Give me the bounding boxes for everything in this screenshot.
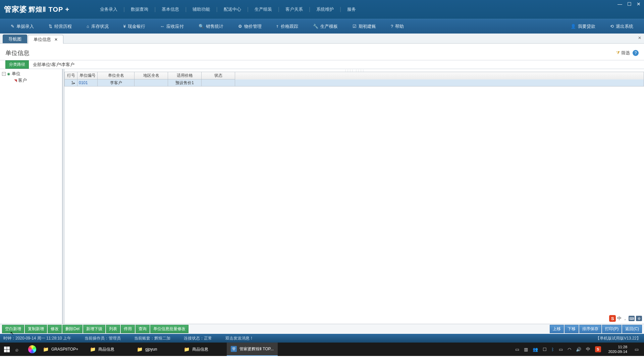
tool-sales-stats[interactable]: 🔍销售统计 <box>191 21 231 32</box>
tray-book-icon[interactable]: ▥ <box>524 347 528 352</box>
status-bar: 时钟：2020-09-14 周一 11:28:10 上午 当前操作员：管理员 当… <box>0 334 644 343</box>
pencil-icon: ✎ <box>11 24 14 29</box>
col-status[interactable]: 状态 <box>202 72 235 79</box>
taskbar-folder-4[interactable]: 📁商品信息 <box>180 343 227 356</box>
status-hint[interactable]: 双击发送消息！ <box>225 336 254 341</box>
tree-collapse-icon[interactable]: − <box>2 72 6 76</box>
btn-batch-edit[interactable]: 单位信息批量修改 <box>150 325 189 333</box>
tool-bill-entry[interactable]: ✎单据录入 <box>3 21 41 32</box>
menu-system[interactable]: 系统维护 <box>310 5 340 14</box>
menu-service[interactable]: 服务 <box>341 5 362 14</box>
tool-stock[interactable]: ⌂库存状况 <box>79 21 116 32</box>
title-bar: 管家婆 辉煌Ⅱ TOP + 业务录入| 数据查询| 基本信息| 辅助功能| 配送… <box>0 0 644 19</box>
col-unit-code[interactable]: 单位编号 <box>77 72 98 79</box>
exit-icon: ⟲ <box>610 24 614 29</box>
col-rownum[interactable]: 行号 <box>65 72 77 79</box>
btn-move-down[interactable]: 下移 <box>565 325 579 333</box>
path-category-button[interactable]: 分类路径 <box>5 60 29 69</box>
start-button[interactable] <box>3 345 11 353</box>
menu-basic-info[interactable]: 基本信息 <box>156 5 185 14</box>
tool-history[interactable]: ⇅经营历程 <box>41 21 79 32</box>
tab-nav-map[interactable]: 导航图 <box>3 35 27 43</box>
grid-panel: ⋮⋮⋮⋮ ⋮⋮⋮⋮ 行号 单位编号 单位全名 地区全名 适用价格 状态 1▸ 0… <box>64 69 644 324</box>
btn-new-child[interactable]: 新增下级 <box>83 325 105 333</box>
btn-save-order[interactable]: 排序保存 <box>579 325 601 333</box>
close-button[interactable]: ✕ <box>636 1 641 7</box>
help-button[interactable]: ? <box>633 50 639 56</box>
menu-crm[interactable]: 客户关系 <box>279 5 309 14</box>
tool-cash[interactable]: ¥现金银行 <box>116 21 153 32</box>
tabs-close-all-icon[interactable]: ✕ <box>638 36 641 40</box>
col-price[interactable]: 适用价格 <box>168 72 202 79</box>
notifications-icon[interactable]: ▭ <box>635 347 639 352</box>
cell-name: 李客户 <box>98 79 135 86</box>
col-region[interactable]: 地区全名 <box>135 72 168 79</box>
folder-icon: 📁 <box>184 347 190 352</box>
tree-child-customer[interactable]: ◥ 客户 <box>2 77 60 84</box>
taskbar-folder-1[interactable]: 📁GRASPIITOP+ <box>39 343 86 356</box>
sogou-tray-icon[interactable]: S <box>595 346 601 352</box>
tool-loan[interactable]: 👤我要贷款 <box>563 21 603 32</box>
tray-people-icon[interactable]: 👥 <box>533 347 538 352</box>
btn-edit[interactable]: 修改 <box>48 325 62 333</box>
tray-shield-icon[interactable]: ☐ <box>543 347 547 352</box>
menu-data-query[interactable]: 数据查询 <box>125 5 154 14</box>
action-bar: 空白新增 复制新增 修改 删除Del 新增下级 列表 停用 查询 单位信息批量修… <box>0 324 644 334</box>
tool-price-mgmt[interactable]: ⚙物价管理 <box>231 21 269 32</box>
volume-icon[interactable]: 🔊 <box>576 347 581 352</box>
tray-clock[interactable]: 11:28 2020-09-14 <box>606 345 630 354</box>
tab-unit-info[interactable]: 单位信息 ✕ <box>28 35 63 44</box>
tool-prod-template[interactable]: 🔧生产模板 <box>306 21 345 32</box>
body: − ◉ 单位 ◥ 客户 ⋮⋮⋮⋮ ⋮⋮⋮⋮ 行号 单位编号 单位全名 地区全名 … <box>0 69 644 324</box>
taskbar-folder-2[interactable]: 📁商品信息 <box>86 343 133 356</box>
tool-price-track[interactable]: ⫯价格跟踪 <box>269 21 306 32</box>
tab-close-icon[interactable]: ✕ <box>54 37 58 42</box>
btn-return[interactable]: 返回(C) <box>622 325 642 333</box>
page-title: 单位信息 <box>5 49 30 57</box>
taskbar-search[interactable]: ⌕ <box>15 347 23 352</box>
cortana-icon[interactable] <box>28 345 36 353</box>
filter-button[interactable]: ⧩ 筛选 <box>616 50 630 56</box>
btn-delete[interactable]: 删除Del <box>62 325 83 333</box>
btn-move-up[interactable]: 上移 <box>550 325 564 333</box>
col-unit-name[interactable]: 单位全名 <box>98 72 135 79</box>
tray-up-icon[interactable]: ▭ <box>515 347 519 352</box>
bluetooth-icon[interactable]: ᛒ <box>551 347 554 352</box>
tool-opening[interactable]: ☑期初建账 <box>345 21 383 32</box>
btn-list[interactable]: 列表 <box>106 325 120 333</box>
btn-disable[interactable]: 停用 <box>121 325 135 333</box>
status-operator: 当前操作员：管理员 <box>85 336 121 341</box>
table-row[interactable]: 1▸ 0101 李客户 预设售价1 <box>65 79 644 86</box>
menu-aux[interactable]: 辅助功能 <box>186 5 216 14</box>
btn-search[interactable]: 查询 <box>136 325 150 333</box>
cell-code: 0101 <box>77 79 98 86</box>
taskbar-app-active[interactable]: 管管家婆辉煌Ⅱ TOP... <box>227 343 278 356</box>
cell-rownum: 1▸ <box>65 79 77 86</box>
window-controls: — ☐ ✕ <box>617 1 641 7</box>
battery-icon[interactable]: ▭ <box>559 347 563 352</box>
btn-blank-new[interactable]: 空白新增 <box>2 325 24 333</box>
btn-copy-new[interactable]: 复制新增 <box>25 325 47 333</box>
tool-help[interactable]: ?帮助 <box>383 21 411 32</box>
btn-print[interactable]: 打印(P) <box>602 325 622 333</box>
menu-delivery[interactable]: 配送中心 <box>218 5 247 14</box>
minimize-button[interactable]: — <box>617 1 623 7</box>
yen-icon: ¥ <box>123 24 126 29</box>
grid-drag-handle[interactable]: ⋮⋮⋮⋮ ⋮⋮⋮⋮ <box>64 69 644 72</box>
ime-settings-icon: ⚙ <box>636 316 642 321</box>
history-icon: ⇅ <box>49 24 52 29</box>
menu-biz-entry[interactable]: 业务录入 <box>94 5 123 14</box>
wifi-icon[interactable]: ◠ <box>568 347 571 352</box>
funnel-icon: ⧩ <box>616 50 620 56</box>
tool-arap[interactable]: ↔应收应付 <box>153 21 191 32</box>
row-pointer-icon: ▸ <box>73 81 75 85</box>
tree-root[interactable]: − ◉ 单位 <box>2 70 60 77</box>
tree-panel: − ◉ 单位 ◥ 客户 <box>0 69 62 324</box>
menu-production[interactable]: 生产组装 <box>249 5 278 14</box>
ime-tray-icon[interactable]: 中 <box>586 346 590 352</box>
taskbar-folder-3[interactable]: 📁gjpyun <box>133 343 180 356</box>
maximize-button[interactable]: ☐ <box>627 1 632 7</box>
tool-exit[interactable]: ⟲退出系统 <box>603 21 641 32</box>
windows-icon <box>4 347 10 352</box>
ime-indicator[interactable]: S 中 ， ⌨ ⚙ <box>609 315 642 322</box>
